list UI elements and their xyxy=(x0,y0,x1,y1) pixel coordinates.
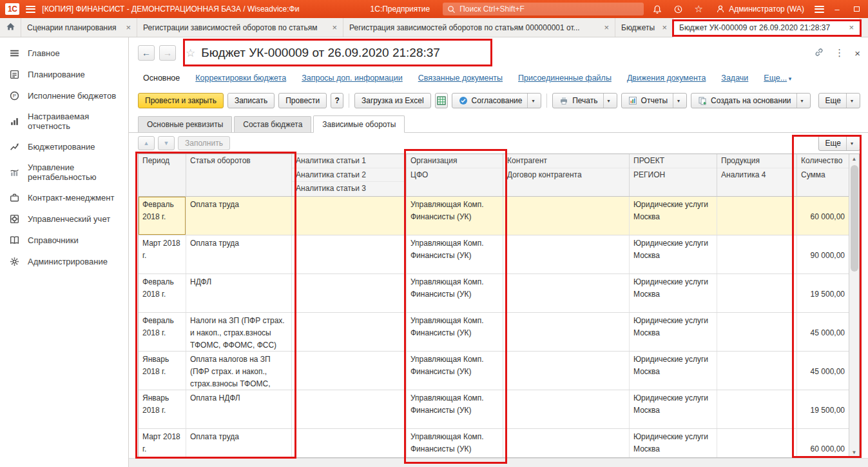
create-based-on-button[interactable]: Создать на основании ▾ xyxy=(691,93,811,108)
tab-1[interactable]: Сценарии планирования× xyxy=(21,18,137,37)
excel-load-button[interactable]: Загрузка из Excel xyxy=(354,93,431,108)
cell-period[interactable]: Март 2018 г. xyxy=(139,235,186,273)
cell-organization[interactable]: Управляющая Комп.Финансисты (УК) xyxy=(407,352,503,390)
cell-period[interactable]: Январь 2018 г. xyxy=(139,352,186,390)
scroll-down-icon[interactable]: ▼ xyxy=(849,448,859,457)
scrollbar-thumb[interactable] xyxy=(851,165,858,272)
cell-production[interactable] xyxy=(717,274,797,312)
cell-contragent[interactable] xyxy=(503,352,630,390)
nav-link-1[interactable]: Основное xyxy=(143,74,180,83)
cell-production[interactable] xyxy=(717,313,797,351)
cell-amount[interactable]: 19 500,00 xyxy=(797,274,849,312)
scroll-up-icon[interactable]: ▲ xyxy=(849,154,859,164)
cell-production[interactable] xyxy=(717,390,797,428)
cell-project[interactable]: Юридические услугиМосква xyxy=(630,429,717,457)
cell-turnover-item[interactable]: Оплата труда xyxy=(186,235,292,273)
cell-production[interactable] xyxy=(717,197,797,235)
sidebar-item-6[interactable]: Управление рентабельностью xyxy=(0,157,128,187)
cell-amount[interactable]: 45 000,00 xyxy=(797,352,849,390)
sidebar-item-10[interactable]: Администрирование xyxy=(0,251,128,272)
cell-production[interactable] xyxy=(717,429,797,457)
column-header-project[interactable]: ПРОЕКТ xyxy=(630,154,717,168)
help-button[interactable]: ? xyxy=(331,93,343,108)
move-up-button[interactable]: ▲ xyxy=(138,136,155,150)
table-row-2[interactable]: Март 2018 г.Оплата трудаУправляющая Комп… xyxy=(139,235,849,274)
column-header-contragent[interactable]: Контрагент xyxy=(503,154,629,168)
sidebar-item-3[interactable]: РИсполнение бюджетов xyxy=(0,85,128,106)
cell-organization[interactable]: Управляющая Комп.Финансисты (УК) xyxy=(407,235,503,273)
table-row-7[interactable]: Март 2018 г.Оплата трудаУправляющая Комп… xyxy=(139,429,849,457)
tab-budget-content[interactable]: Состав бюджета xyxy=(234,116,311,132)
cell-organization[interactable]: Управляющая Комп.Финансисты (УК) xyxy=(407,429,503,457)
cell-amount[interactable]: 60 000,00 xyxy=(797,429,849,457)
tab-close-icon[interactable]: × xyxy=(849,23,854,32)
reports-button[interactable]: Отчеты ▾ xyxy=(621,93,688,108)
cell-organization[interactable]: Управляющая Комп.Финансисты (УК) xyxy=(407,390,503,428)
column-header-region[interactable]: РЕГИОН xyxy=(630,168,717,183)
cell-contragent[interactable] xyxy=(503,390,630,428)
table-row-6[interactable]: Январь 2018 г.Оплата НДФЛУправляющая Ком… xyxy=(139,390,849,429)
cell-period[interactable]: Март 2018 г. xyxy=(139,429,186,457)
column-header-analytics3[interactable]: Аналитика статьи 3 xyxy=(292,182,406,196)
cell-analytics[interactable] xyxy=(292,274,407,312)
sidebar-item-5[interactable]: Бюджетирование xyxy=(0,136,128,157)
column-header-production[interactable]: Продукция xyxy=(717,154,796,168)
cell-period[interactable]: Февраль 2018 г. xyxy=(139,313,186,351)
cell-turnover-item[interactable]: Налоги на ЗП (ПФР страх. и накоп., страх… xyxy=(186,313,292,351)
sidebar-item-1[interactable]: Главное xyxy=(0,43,128,64)
tab-close-icon[interactable]: × xyxy=(332,23,337,32)
fill-button[interactable]: Заполнить xyxy=(178,136,230,150)
tab-close-icon[interactable]: × xyxy=(604,23,609,32)
cell-project[interactable]: Юридические услугиМосква xyxy=(630,390,717,428)
nav-link-2[interactable]: Корректировки бюджета xyxy=(195,74,286,83)
cell-turnover-item[interactable]: Оплата труда xyxy=(186,197,292,235)
tab-close-icon[interactable]: × xyxy=(662,23,667,32)
nav-link-4[interactable]: Связанные документы xyxy=(418,74,503,83)
forward-button[interactable]: → xyxy=(159,45,176,61)
cell-amount[interactable]: 45 000,00 xyxy=(797,313,849,351)
service-menu-icon[interactable] xyxy=(815,6,824,13)
cell-analytics[interactable] xyxy=(292,429,407,457)
cell-amount[interactable]: 19 500,00 xyxy=(797,390,849,428)
minimize-button[interactable]: – xyxy=(831,3,844,15)
column-header-organization[interactable]: Организация xyxy=(407,154,503,168)
nav-link-3[interactable]: Запросы доп. информации xyxy=(302,74,403,83)
cell-turnover-item[interactable]: НДФЛ xyxy=(186,274,292,312)
cell-production[interactable] xyxy=(717,352,797,390)
cell-organization[interactable]: Управляющая Комп.Финансисты (УК) xyxy=(407,274,503,312)
notifications-bell-icon[interactable] xyxy=(650,2,664,16)
tab-5[interactable]: Бюджет УК-000009 от 26.09.2020 21:28:37× xyxy=(673,18,860,37)
column-header-contract[interactable]: Договор контрагента xyxy=(503,168,629,183)
cell-contragent[interactable] xyxy=(503,197,630,235)
nav-link-7[interactable]: Задачи xyxy=(721,74,748,83)
cell-period[interactable]: Январь 2018 г. xyxy=(139,390,186,428)
global-search[interactable] xyxy=(443,3,644,15)
grid-more-button[interactable]: Еще ▾ xyxy=(818,135,860,151)
column-header-analytics1[interactable]: Аналитика статьи 1 xyxy=(292,154,406,168)
cell-period[interactable]: Февраль 2018 г. xyxy=(139,274,186,312)
cell-turnover-item[interactable]: Оплата труда xyxy=(186,429,292,457)
cell-production[interactable] xyxy=(717,235,797,273)
cell-organization[interactable]: Управляющая Комп.Финансисты (УК) xyxy=(407,197,503,235)
tab-close-icon[interactable]: × xyxy=(126,23,131,32)
cell-project[interactable]: Юридические услугиМосква xyxy=(630,352,717,390)
move-down-button[interactable]: ▼ xyxy=(158,136,175,150)
table-row-5[interactable]: Январь 2018 г.Оплата налогов на ЗП (ПФР … xyxy=(139,352,849,390)
cell-analytics[interactable] xyxy=(292,352,407,390)
excel-grid-button[interactable] xyxy=(435,93,448,108)
column-header-cfo[interactable]: ЦФО xyxy=(407,168,503,183)
cell-analytics[interactable] xyxy=(292,390,407,428)
sidebar-item-2[interactable]: Планирование xyxy=(0,64,128,85)
user-chip[interactable]: Администратор (WA) xyxy=(716,5,804,14)
tab-3[interactable]: Регистрация зависимостей оборотов по ста… xyxy=(343,18,615,37)
back-button[interactable]: ← xyxy=(138,45,155,61)
nav-link-8[interactable]: Еще... ▾ xyxy=(764,74,791,83)
approval-button[interactable]: Согласование ▾ xyxy=(452,93,542,108)
post-and-close-button[interactable]: Провести и закрыть xyxy=(138,93,224,108)
close-form-icon[interactable]: × xyxy=(854,48,860,59)
cell-turnover-item[interactable]: Оплата налогов на ЗП (ПФР страх. и накоп… xyxy=(186,352,292,390)
cell-contragent[interactable] xyxy=(503,429,630,457)
cell-project[interactable]: Юридические услугиМосква xyxy=(630,274,717,312)
sidebar-item-8[interactable]: Управленческий учет xyxy=(0,208,128,230)
sidebar-item-9[interactable]: Справочники xyxy=(0,230,128,251)
